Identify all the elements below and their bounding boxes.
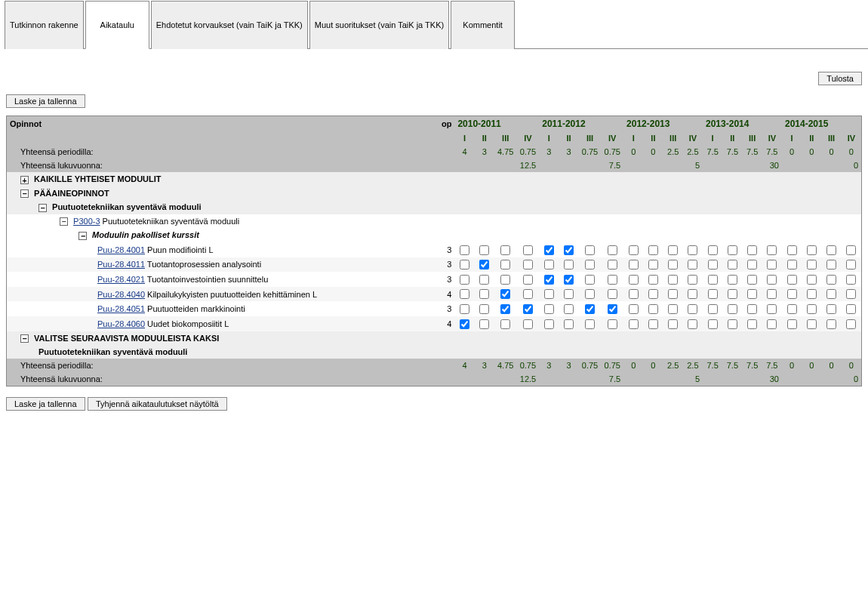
clear-button[interactable]: Tyhjennä aikataulutukset näytöltä	[88, 397, 227, 411]
course-checkbox[interactable]	[523, 304, 533, 314]
course-checkbox[interactable]	[668, 260, 678, 270]
course-checkbox[interactable]	[564, 289, 574, 299]
tab-comments[interactable]: Kommentit	[451, 1, 515, 49]
course-checkbox[interactable]	[544, 275, 554, 285]
course-checkbox[interactable]	[585, 319, 595, 329]
course-checkbox[interactable]	[564, 245, 574, 255]
course-checkbox[interactable]	[688, 304, 697, 314]
course-checkbox[interactable]	[728, 319, 737, 329]
course-checkbox[interactable]	[564, 275, 574, 285]
course-checkbox[interactable]	[747, 289, 757, 299]
save-button-top[interactable]: Laske ja tallenna	[6, 94, 85, 108]
course-link[interactable]: Puu-28.4011	[97, 260, 145, 269]
course-checkbox[interactable]	[479, 260, 489, 270]
course-checkbox[interactable]	[629, 245, 639, 255]
course-checkbox[interactable]	[479, 289, 489, 299]
course-checkbox[interactable]	[807, 319, 817, 329]
course-checkbox[interactable]	[564, 319, 574, 329]
course-checkbox[interactable]	[708, 245, 718, 255]
course-checkbox[interactable]	[767, 275, 777, 285]
course-checkbox[interactable]	[747, 275, 757, 285]
course-checkbox[interactable]	[767, 304, 777, 314]
course-checkbox[interactable]	[564, 260, 574, 270]
course-checkbox[interactable]	[668, 275, 678, 285]
course-checkbox[interactable]	[846, 289, 856, 299]
toggle-paa[interactable]: −	[20, 189, 29, 198]
course-checkbox[interactable]	[479, 304, 489, 314]
course-checkbox[interactable]	[523, 289, 533, 299]
course-checkbox[interactable]	[747, 245, 757, 255]
course-checkbox[interactable]	[460, 245, 469, 255]
course-checkbox[interactable]	[629, 289, 639, 299]
course-checkbox[interactable]	[807, 245, 817, 255]
course-checkbox[interactable]	[460, 260, 469, 270]
course-checkbox[interactable]	[826, 245, 836, 255]
course-checkbox[interactable]	[807, 275, 817, 285]
course-checkbox[interactable]	[787, 319, 797, 329]
course-checkbox[interactable]	[500, 260, 510, 270]
course-checkbox[interactable]	[826, 319, 836, 329]
course-checkbox[interactable]	[688, 289, 697, 299]
course-checkbox[interactable]	[460, 319, 469, 329]
tab-schedule[interactable]: Aikataulu	[85, 1, 149, 49]
course-checkbox[interactable]	[479, 245, 489, 255]
course-checkbox[interactable]	[585, 289, 595, 299]
course-checkbox[interactable]	[544, 260, 554, 270]
course-checkbox[interactable]	[648, 289, 658, 299]
course-checkbox[interactable]	[648, 275, 658, 285]
course-checkbox[interactable]	[688, 275, 697, 285]
course-checkbox[interactable]	[846, 260, 856, 270]
course-checkbox[interactable]	[523, 319, 533, 329]
course-checkbox[interactable]	[500, 275, 510, 285]
course-checkbox[interactable]	[648, 319, 658, 329]
toggle-p300[interactable]: −	[60, 217, 68, 226]
course-checkbox[interactable]	[585, 245, 595, 255]
course-checkbox[interactable]	[608, 245, 617, 255]
course-checkbox[interactable]	[629, 319, 639, 329]
course-checkbox[interactable]	[523, 245, 533, 255]
course-checkbox[interactable]	[787, 289, 797, 299]
course-link[interactable]: Puu-28.4001	[97, 245, 145, 254]
course-checkbox[interactable]	[708, 289, 718, 299]
course-checkbox[interactable]	[668, 304, 678, 314]
course-checkbox[interactable]	[585, 304, 595, 314]
course-checkbox[interactable]	[608, 319, 617, 329]
course-checkbox[interactable]	[807, 304, 817, 314]
course-checkbox[interactable]	[629, 260, 639, 270]
course-checkbox[interactable]	[728, 304, 737, 314]
course-checkbox[interactable]	[708, 304, 718, 314]
course-checkbox[interactable]	[826, 275, 836, 285]
course-checkbox[interactable]	[728, 260, 737, 270]
course-link[interactable]: Puu-28.4051	[97, 304, 145, 313]
course-checkbox[interactable]	[767, 245, 777, 255]
toggle-valitse[interactable]: −	[20, 334, 29, 343]
toggle-kaikille[interactable]: +	[20, 176, 29, 184]
course-checkbox[interactable]	[523, 260, 533, 270]
course-checkbox[interactable]	[564, 304, 574, 314]
course-checkbox[interactable]	[479, 319, 489, 329]
course-checkbox[interactable]	[826, 304, 836, 314]
course-checkbox[interactable]	[648, 245, 658, 255]
course-checkbox[interactable]	[787, 304, 797, 314]
course-checkbox[interactable]	[846, 319, 856, 329]
course-link[interactable]: Puu-28.4060	[97, 319, 145, 328]
course-checkbox[interactable]	[767, 319, 777, 329]
course-checkbox[interactable]	[688, 319, 697, 329]
course-checkbox[interactable]	[807, 289, 817, 299]
course-checkbox[interactable]	[523, 275, 533, 285]
course-checkbox[interactable]	[688, 260, 697, 270]
course-checkbox[interactable]	[708, 319, 718, 329]
course-checkbox[interactable]	[708, 260, 718, 270]
course-checkbox[interactable]	[747, 319, 757, 329]
course-checkbox[interactable]	[460, 289, 469, 299]
link-p300[interactable]: P300-3	[73, 217, 100, 226]
tab-substitutions[interactable]: Ehdotetut korvaukset (vain TaiK ja TKK)	[151, 1, 308, 49]
course-checkbox[interactable]	[787, 275, 797, 285]
save-button-bottom[interactable]: Laske ja tallenna	[6, 397, 85, 411]
course-checkbox[interactable]	[728, 245, 737, 255]
course-checkbox[interactable]	[479, 275, 489, 285]
course-checkbox[interactable]	[648, 260, 658, 270]
course-checkbox[interactable]	[688, 245, 697, 255]
course-checkbox[interactable]	[767, 260, 777, 270]
course-checkbox[interactable]	[807, 260, 817, 270]
